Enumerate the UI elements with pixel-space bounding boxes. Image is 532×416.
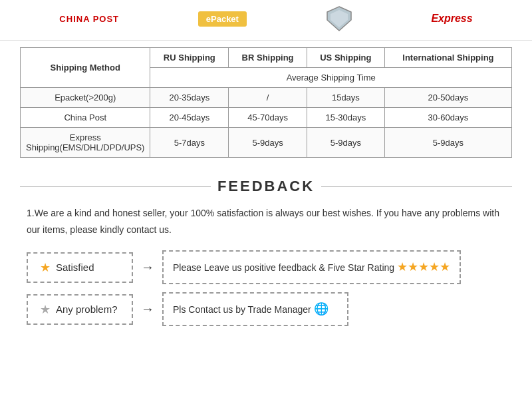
divider-right (321, 186, 512, 187)
row-3-br: 5-9days (229, 128, 307, 158)
avg-label: Average Shipping Time (150, 68, 512, 88)
row-1-method: Epacket(>200g) (21, 88, 150, 108)
row-1-us: 15days (307, 88, 384, 108)
col-ru: RU Shipping (150, 48, 229, 68)
table-header-row: Shipping Method RU Shipping BR Shipping … (21, 48, 512, 68)
row-2-method: China Post (21, 108, 150, 128)
col-intl: International Shipping (384, 48, 511, 68)
logos-bar: CHINA POST ePacket Express (0, 0, 532, 41)
feedback-boxes: ★ Satisfied → Please Leave us positive f… (27, 250, 505, 326)
satisfied-label: Satisfied (56, 262, 94, 273)
table-row: Epacket(>200g) 20-35days / 15days 20-50d… (21, 88, 512, 108)
star-satisfied-icon: ★ (40, 260, 51, 275)
star-problem-icon: ★ (40, 302, 51, 317)
problem-action-box: Pls Contact us by Trade Manager 🌐 (162, 292, 348, 326)
globe-icon: 🌐 (314, 302, 329, 315)
table-row: Express Shipping(EMS/DHL/DPD/UPS) 5-7day… (21, 128, 512, 158)
row-3-method: Express Shipping(EMS/DHL/DPD/UPS) (21, 128, 150, 158)
problem-label: Any problem? (56, 304, 118, 315)
row-2-intl: 30-60days (384, 108, 511, 128)
row-1-br: / (229, 88, 307, 108)
row-2-br: 45-70days (229, 108, 307, 128)
problem-row: ★ Any problem? → Pls Contact us by Trade… (27, 292, 505, 326)
arrow-icon-1: → (141, 260, 154, 275)
problem-box: ★ Any problem? (27, 294, 133, 325)
row-1-intl: 20-50days (384, 88, 511, 108)
row-3-ru: 5-7days (150, 128, 229, 158)
table-row: China Post 20-45days 45-70days 15-30days… (21, 108, 512, 128)
satisfied-action-text: Please Leave us positive feedback & Five… (173, 262, 394, 273)
feedback-section: 1.We are a kind and honest seller, your … (0, 202, 532, 339)
epacket-logo: ePacket (198, 11, 247, 27)
col-method: Shipping Method (21, 48, 150, 88)
feedback-text: 1.We are a kind and honest seller, your … (27, 205, 505, 238)
satisfied-box: ★ Satisfied (27, 252, 133, 283)
shield-logo (326, 5, 352, 32)
col-br: BR Shipping (229, 48, 307, 68)
rating-stars: ★★★★★ (397, 260, 450, 274)
satisfied-row: ★ Satisfied → Please Leave us positive f… (27, 250, 505, 284)
satisfied-action-box: Please Leave us positive feedback & Five… (162, 250, 461, 284)
col-us: US Shipping (307, 48, 384, 68)
feedback-divider: FEEDBACK (0, 171, 532, 202)
row-2-us: 15-30days (307, 108, 384, 128)
divider-left (20, 186, 211, 187)
china-post-logo: CHINA POST (59, 14, 119, 24)
shipping-table-section: Shipping Method RU Shipping BR Shipping … (0, 41, 532, 171)
row-3-us: 5-9days (307, 128, 384, 158)
feedback-title: FEEDBACK (217, 178, 315, 195)
problem-action-text: Pls Contact us by Trade Manager (173, 304, 311, 315)
row-1-ru: 20-35days (150, 88, 229, 108)
shipping-table: Shipping Method RU Shipping BR Shipping … (20, 47, 512, 158)
express-logo: Express (431, 13, 472, 25)
arrow-icon-2: → (141, 302, 154, 317)
row-2-ru: 20-45days (150, 108, 229, 128)
row-3-intl: 5-9days (384, 128, 511, 158)
